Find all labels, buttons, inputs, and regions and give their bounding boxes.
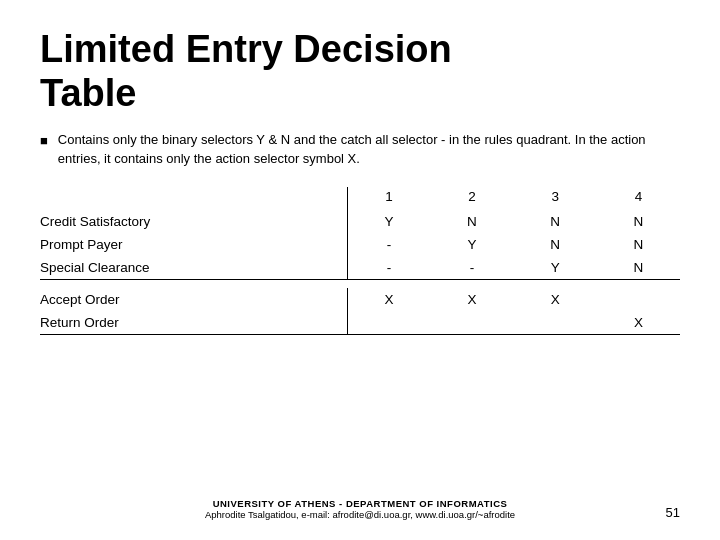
decision-table: 1 2 3 4 Credit Satisfactory Y N N N Prom…: [40, 187, 680, 340]
action-label-2: Return Order: [40, 311, 347, 335]
cond1-val4: N: [597, 210, 680, 233]
act2-val4: X: [597, 311, 680, 335]
cond3-val2: -: [430, 256, 513, 280]
footer-line1: UNIVERSITY OF ATHENS - DEPARTMENT OF INF…: [40, 498, 680, 509]
act1-val3: X: [514, 288, 597, 311]
bottom-divider: [40, 334, 680, 340]
header-col-2: 2: [430, 187, 513, 210]
bullet-row: ■ Contains only the binary selectors Y &…: [40, 131, 680, 169]
condition-label-3: Special Clearance: [40, 256, 347, 280]
footer-line2: Aphrodite Tsalgatidou, e-mail: afrodite@…: [40, 509, 680, 520]
condition-label-1: Credit Satisfactory: [40, 210, 347, 233]
table-row: Return Order X: [40, 311, 680, 335]
cond2-val3: N: [514, 233, 597, 256]
bullet-text: Contains only the binary selectors Y & N…: [58, 131, 680, 169]
act1-val2: X: [430, 288, 513, 311]
act2-val1: [347, 311, 430, 335]
cond2-val2: Y: [430, 233, 513, 256]
action-label-1: Accept Order: [40, 288, 347, 311]
table-row: Accept Order X X X: [40, 288, 680, 311]
act1-val4: [597, 288, 680, 311]
header-col-1: 1: [347, 187, 430, 210]
cond1-val2: N: [430, 210, 513, 233]
page-number: 51: [666, 505, 680, 520]
act2-val3: [514, 311, 597, 335]
section-divider: [40, 280, 680, 288]
page-title: Limited Entry DecisionTable: [40, 28, 680, 115]
condition-label-2: Prompt Payer: [40, 233, 347, 256]
header-label-col: [40, 187, 347, 210]
table-row: Prompt Payer - Y N N: [40, 233, 680, 256]
cond3-val4: N: [597, 256, 680, 280]
table-header-row: 1 2 3 4: [40, 187, 680, 210]
act2-val2: [430, 311, 513, 335]
cond2-val1: -: [347, 233, 430, 256]
table-row: Special Clearance - - Y N: [40, 256, 680, 280]
cond1-val3: N: [514, 210, 597, 233]
header-col-4: 4: [597, 187, 680, 210]
act1-val1: X: [347, 288, 430, 311]
cond1-val1: Y: [347, 210, 430, 233]
cond2-val4: N: [597, 233, 680, 256]
page-container: Limited Entry DecisionTable ■ Contains o…: [0, 0, 720, 540]
cond3-val3: Y: [514, 256, 597, 280]
bullet-symbol: ■: [40, 133, 48, 148]
header-col-3: 3: [514, 187, 597, 210]
footer: UNIVERSITY OF ATHENS - DEPARTMENT OF INF…: [40, 488, 680, 520]
table-row: Credit Satisfactory Y N N N: [40, 210, 680, 233]
cond3-val1: -: [347, 256, 430, 280]
